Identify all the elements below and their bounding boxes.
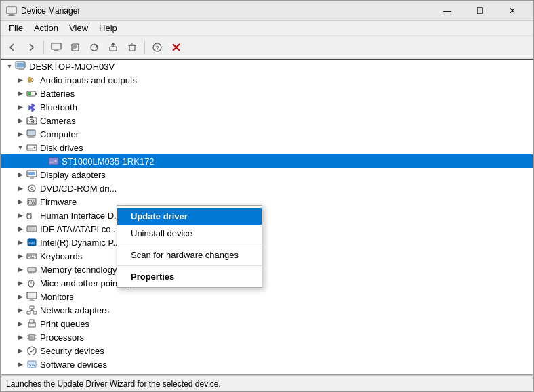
status-text: Launches the Update Driver Wizard for th… bbox=[6, 379, 221, 389]
security-label: Security devices bbox=[40, 346, 104, 356]
menu-file[interactable]: File bbox=[3, 22, 28, 35]
update-driver-toolbar-button[interactable] bbox=[104, 39, 122, 56]
svg-rect-0 bbox=[7, 7, 16, 14]
tree-item-software[interactable]: ▶ SW Software devices bbox=[1, 357, 533, 371]
maximize-button[interactable]: ☐ bbox=[464, 1, 495, 21]
svg-rect-3 bbox=[52, 43, 61, 49]
remove-toolbar-button[interactable] bbox=[167, 39, 185, 56]
software-expand-icon[interactable]: ▶ bbox=[15, 359, 26, 370]
device-tree[interactable]: ▼ DESKTOP-MJOH03V ▶ bbox=[1, 59, 533, 375]
sound-icon bbox=[26, 372, 38, 375]
keyboards-expand-icon[interactable]: ▶ bbox=[15, 251, 26, 261]
tree-item-ide[interactable]: ▶ IDE ATA/ATAPI co... bbox=[1, 222, 533, 236]
svg-text:?: ? bbox=[155, 45, 159, 51]
intel-expand-icon[interactable]: ▶ bbox=[15, 237, 26, 248]
tree-item-dvd[interactable]: ▶ DVD/CD-ROM dri... bbox=[1, 181, 533, 195]
scan-hardware-toolbar-button[interactable] bbox=[85, 39, 103, 56]
tree-item-audio[interactable]: ▶ Audio inputs and outputs bbox=[1, 73, 533, 87]
tree-item-firmware[interactable]: ▶ FW Firmware bbox=[1, 195, 533, 209]
human-label: Human Interface D... bbox=[40, 211, 121, 221]
tree-item-mice[interactable]: ▶ Mice and other pointing devices bbox=[1, 276, 533, 290]
tree-item-display[interactable]: ▶ Display adapters bbox=[1, 168, 533, 181]
tree-item-monitors[interactable]: ▶ Monitors bbox=[1, 290, 533, 303]
tree-item-cameras[interactable]: ▶ Cameras bbox=[1, 114, 533, 127]
processors-expand-icon[interactable]: ▶ bbox=[15, 332, 26, 343]
svg-point-28 bbox=[31, 121, 33, 123]
print-expand-icon[interactable]: ▶ bbox=[15, 318, 26, 329]
tree-item-bluetooth[interactable]: ▶ Bluetooth bbox=[1, 100, 533, 114]
menu-view[interactable]: View bbox=[64, 22, 94, 35]
minimize-button[interactable]: — bbox=[432, 1, 463, 21]
back-button[interactable] bbox=[3, 39, 21, 56]
svg-text:INT: INT bbox=[28, 241, 35, 245]
keyboards-label: Keyboards bbox=[40, 251, 82, 261]
svg-rect-69 bbox=[30, 306, 34, 309]
batteries-expand-icon[interactable]: ▶ bbox=[15, 88, 26, 99]
ctx-update-driver[interactable]: Update driver bbox=[117, 208, 262, 225]
tree-item-memory[interactable]: ▶ Memory technology devices bbox=[1, 263, 533, 276]
memory-expand-icon[interactable]: ▶ bbox=[15, 264, 26, 275]
svg-rect-56 bbox=[30, 255, 32, 257]
mice-expand-icon[interactable]: ▶ bbox=[15, 278, 26, 288]
firmware-expand-icon[interactable]: ▶ bbox=[15, 196, 26, 207]
uninstall-toolbar-button[interactable] bbox=[123, 39, 141, 56]
svg-rect-77 bbox=[30, 324, 34, 326]
svg-point-43 bbox=[31, 188, 33, 190]
tree-item-security[interactable]: ▶ Security devices bbox=[1, 344, 533, 357]
root-expand-icon[interactable]: ▼ bbox=[4, 61, 15, 72]
tree-item-network[interactable]: ▶ Network adapters bbox=[1, 303, 533, 317]
st1000-icon bbox=[47, 156, 60, 167]
ide-icon bbox=[26, 223, 38, 234]
cameras-label: Cameras bbox=[40, 116, 76, 126]
security-expand-icon[interactable]: ▶ bbox=[15, 345, 26, 356]
monitors-icon bbox=[26, 291, 38, 302]
bluetooth-expand-icon[interactable]: ▶ bbox=[15, 102, 26, 112]
ctx-properties[interactable]: Properties bbox=[117, 268, 262, 285]
tree-item-print[interactable]: ▶ Print queues bbox=[1, 317, 533, 330]
ctx-scan-hardware[interactable]: Scan for hardware changes bbox=[117, 246, 262, 263]
ide-expand-icon[interactable]: ▶ bbox=[15, 223, 26, 234]
svg-rect-68 bbox=[29, 300, 35, 301]
display-icon bbox=[26, 169, 38, 180]
ctx-uninstall-device[interactable]: Uninstall device bbox=[117, 225, 262, 242]
svg-rect-19 bbox=[17, 63, 24, 67]
computer-view-button[interactable] bbox=[47, 39, 65, 56]
software-icon: SW bbox=[26, 359, 38, 370]
disk-drives-expand-icon[interactable]: ▼ bbox=[15, 142, 26, 153]
memory-icon bbox=[26, 264, 38, 275]
close-button[interactable]: ✕ bbox=[497, 1, 528, 21]
audio-label: Audio inputs and outputs bbox=[40, 75, 137, 85]
monitors-label: Monitors bbox=[40, 292, 74, 302]
tree-item-processors[interactable]: ▶ Processors bbox=[1, 330, 533, 344]
tree-item-intel[interactable]: ▶ INT Intel(R) Dynamic P... bbox=[1, 236, 533, 249]
menu-action[interactable]: Action bbox=[28, 22, 64, 35]
computer-expand-icon[interactable]: ▶ bbox=[15, 129, 26, 139]
audio-expand-icon[interactable]: ▶ bbox=[15, 74, 26, 85]
tree-item-keyboards[interactable]: ▶ Keyboards bbox=[1, 249, 533, 263]
help-toolbar-button[interactable]: ? bbox=[148, 39, 166, 56]
cameras-expand-icon[interactable]: ▶ bbox=[15, 115, 26, 126]
svg-rect-24 bbox=[35, 93, 37, 95]
menu-help[interactable]: Help bbox=[94, 22, 123, 35]
tree-root[interactable]: ▼ DESKTOP-MJOH03V bbox=[1, 60, 533, 73]
network-expand-icon[interactable]: ▶ bbox=[15, 305, 26, 315]
forward-button[interactable] bbox=[22, 39, 40, 56]
processors-label: Processors bbox=[40, 332, 84, 343]
window-controls: — ☐ ✕ bbox=[432, 1, 528, 21]
tree-item-sound[interactable]: ▶ Sound, video and game controllers bbox=[1, 371, 533, 375]
status-bar: Launches the Update Driver Wizard for th… bbox=[1, 375, 533, 391]
monitors-expand-icon[interactable]: ▶ bbox=[15, 291, 26, 302]
sound-expand-icon[interactable]: ▶ bbox=[15, 372, 26, 375]
human-expand-icon[interactable]: ▶ bbox=[15, 210, 26, 221]
print-icon bbox=[26, 318, 38, 329]
dvd-expand-icon[interactable]: ▶ bbox=[15, 183, 26, 194]
tree-item-human[interactable]: ▶ Human Interface D... bbox=[1, 209, 533, 222]
tree-item-batteries[interactable]: ▶ Batteries bbox=[1, 87, 533, 100]
content-area: ▼ DESKTOP-MJOH03V ▶ bbox=[1, 59, 533, 375]
display-expand-icon[interactable]: ▶ bbox=[15, 169, 26, 180]
tree-item-st1000[interactable]: ST1000LM035-1RK172 bbox=[1, 154, 533, 168]
tree-item-computer[interactable]: ▶ Computer bbox=[1, 127, 533, 141]
svg-rect-57 bbox=[33, 255, 34, 257]
properties-toolbar-button[interactable] bbox=[66, 39, 84, 56]
tree-item-disk-drives[interactable]: ▼ Disk drives bbox=[1, 141, 533, 154]
